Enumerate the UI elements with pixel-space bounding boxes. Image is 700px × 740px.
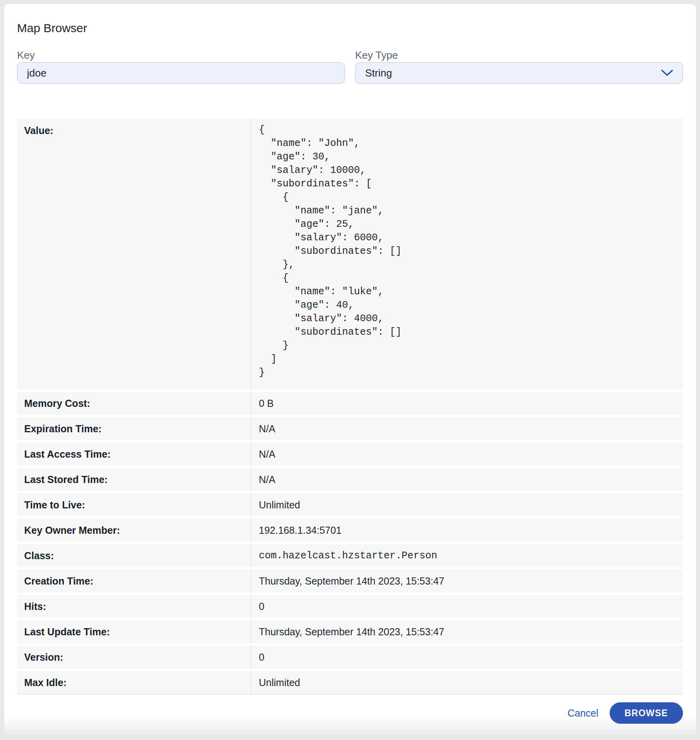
- row-value: N/A: [251, 468, 683, 491]
- dialog-footer: Cancel BROWSE: [4, 690, 696, 736]
- map-browser-panel: Map Browser Key Key Type String Value: {…: [4, 3, 696, 736]
- key-type-select[interactable]: String: [355, 62, 683, 84]
- row-label: Memory Cost:: [17, 392, 251, 415]
- row-label: Class:: [17, 544, 251, 567]
- row-value: Thursday, September 14th 2023, 15:53:47: [251, 569, 683, 592]
- row-label: Time to Live:: [17, 493, 251, 516]
- row-value: 0: [251, 595, 683, 618]
- row-value: N/A: [251, 417, 683, 440]
- row-label: Value:: [17, 119, 251, 389]
- row-label: Expiration Time:: [17, 417, 251, 440]
- row-value: 0 B: [251, 392, 683, 415]
- row-label: Creation Time:: [17, 569, 251, 592]
- table-row: Last Access Time: N/A: [17, 443, 683, 466]
- row-value: com.hazelcast.hzstarter.Person: [251, 544, 683, 567]
- row-value: { "name": "John", "age": 30, "salary": 1…: [251, 119, 683, 389]
- key-label: Key: [17, 49, 345, 61]
- row-label: Hits:: [17, 595, 251, 618]
- key-type-field-group: Key Type String: [355, 49, 683, 84]
- key-type-label: Key Type: [355, 49, 683, 61]
- table-row: Version: 0: [17, 646, 683, 669]
- page-title: Map Browser: [17, 21, 683, 35]
- table-row: Last Update Time: Thursday, September 14…: [17, 620, 683, 643]
- table-row: Last Stored Time: N/A: [17, 468, 683, 491]
- row-label: Last Access Time:: [17, 443, 251, 466]
- row-value: N/A: [251, 443, 683, 466]
- row-label: Last Stored Time:: [17, 468, 251, 491]
- key-field-group: Key: [17, 49, 345, 84]
- chevron-down-icon: [661, 69, 673, 77]
- row-label: Key Owner Member:: [17, 519, 251, 542]
- key-type-selected-value: String: [365, 67, 392, 79]
- table-row: Memory Cost: 0 B: [17, 392, 683, 415]
- row-label: Last Update Time:: [17, 620, 251, 643]
- table-row: Hits: 0: [17, 595, 683, 618]
- table-row: Class: com.hazelcast.hzstarter.Person: [17, 544, 683, 567]
- table-row: Time to Live: Unlimited: [17, 493, 683, 516]
- browse-button[interactable]: BROWSE: [610, 702, 683, 724]
- cancel-button[interactable]: Cancel: [568, 707, 599, 719]
- table-row: Creation Time: Thursday, September 14th …: [17, 569, 683, 592]
- table-row: Key Owner Member: 192.168.1.34:5701: [17, 519, 683, 542]
- row-value: 192.168.1.34:5701: [251, 519, 683, 542]
- key-form: Key Key Type String: [17, 49, 683, 84]
- table-row-value: Value: { "name": "John", "age": 30, "sal…: [17, 119, 683, 389]
- row-label: Version:: [17, 646, 251, 669]
- row-value: Unlimited: [251, 493, 683, 516]
- entry-details-table: Value: { "name": "John", "age": 30, "sal…: [17, 119, 683, 694]
- row-value: Thursday, September 14th 2023, 15:53:47: [251, 620, 683, 643]
- value-json: { "name": "John", "age": 30, "salary": 1…: [251, 119, 683, 380]
- table-row: Expiration Time: N/A: [17, 417, 683, 440]
- key-input[interactable]: [17, 62, 345, 84]
- row-value: 0: [251, 646, 683, 669]
